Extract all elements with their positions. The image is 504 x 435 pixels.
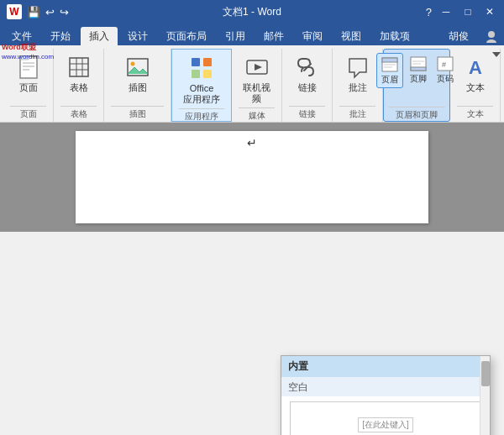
hf-header-subtab[interactable]: 页眉 (376, 53, 403, 88)
tab-references[interactable]: 引用 (217, 27, 254, 45)
online-video-label: 联机视频 (242, 82, 272, 104)
minimize-button[interactable]: ─ (438, 4, 454, 19)
watermark-logo: Word联盟 (2, 42, 54, 53)
ribbon-btn-office[interactable]: Office应用程序 (180, 53, 223, 107)
ribbon-group-links: 链接 链接 (282, 49, 333, 122)
watermark-url: www.wordlm.com (2, 53, 54, 60)
ribbon-btn-comment[interactable]: 批注 (339, 52, 376, 95)
ribbon-group-media: 联机视频 媒体 (232, 49, 282, 122)
panel-preview-1[interactable]: [在此处键入] (290, 401, 481, 435)
ribbon-group-table: 表格 表格 (54, 49, 104, 122)
ribbon-btn-table[interactable]: 表格 (60, 52, 97, 95)
illustrations-group-label: 插图 (111, 106, 164, 120)
header-subtab-icon (381, 55, 399, 74)
svg-point-0 (488, 31, 495, 38)
link-label: 链接 (298, 82, 317, 93)
text-icon: A (462, 54, 489, 81)
tab-review[interactable]: 审阅 (294, 27, 331, 45)
title-text: 文档1 - Word (223, 5, 281, 19)
panel-scrollbar-thumb (481, 361, 490, 386)
preview-1-text: [在此处键入] (358, 417, 413, 432)
panel-scrollbar[interactable] (480, 356, 490, 435)
maximize-button[interactable]: □ (460, 4, 475, 19)
svg-rect-25 (411, 67, 426, 71)
page-area: ↵ (0, 123, 504, 232)
comment-label: 批注 (349, 82, 367, 93)
tab-addins[interactable]: 加载项 (371, 27, 418, 45)
svg-rect-21 (382, 58, 397, 62)
links-group-label: 链接 (289, 106, 325, 120)
tab-mail[interactable]: 邮件 (255, 27, 292, 45)
ribbon-btn-text[interactable]: A 文本 (457, 52, 494, 95)
header-dropdown-panel: 内置 空白 [在此处键入] 空白 [键入文字] 空白(三栏) o Office.… (281, 355, 491, 435)
ribbon-content: 页面 页面 表格 表格 插图 插图 (0, 45, 504, 123)
document-page: ↵ (76, 131, 428, 223)
comments-group-label: 批注 (339, 106, 375, 120)
panel-section-1-title: 空白 (281, 377, 490, 396)
svg-point-1 (486, 39, 496, 43)
media-group-label: 媒体 (239, 107, 275, 122)
word-logo: W (7, 4, 22, 19)
ribbon-btn-online-video[interactable]: 联机视频 (239, 52, 276, 106)
quick-access-undo[interactable]: ↩ (45, 6, 55, 18)
online-video-icon (244, 54, 270, 81)
text-group-label: 文本 (457, 106, 493, 120)
link-icon (294, 54, 321, 81)
footer-subtab-label: 页脚 (410, 73, 427, 85)
svg-rect-15 (203, 58, 212, 66)
page-group-label: 页面 (10, 106, 46, 120)
help-button[interactable]: ? (426, 6, 432, 18)
ribbon-collapse-btn[interactable] (491, 49, 502, 63)
picture-icon (124, 54, 151, 81)
title-bar-right: ? ─ □ ✕ (426, 4, 497, 19)
hf-group-label: 页眉和页脚 (389, 107, 444, 121)
comment-icon (344, 54, 371, 81)
watermark: Word联盟 www.wordlm.com (2, 42, 54, 60)
svg-rect-7 (70, 58, 88, 76)
text-label: 文本 (466, 82, 485, 93)
svg-text:#: # (442, 60, 446, 69)
svg-rect-14 (192, 58, 200, 66)
close-button[interactable]: ✕ (482, 4, 497, 19)
ribbon-btn-picture[interactable]: 插图 (119, 52, 156, 95)
quick-access-redo[interactable]: ↪ (60, 6, 69, 18)
svg-marker-19 (255, 64, 262, 71)
table-icon (66, 54, 92, 81)
svg-rect-17 (203, 70, 212, 78)
svg-point-13 (130, 62, 134, 66)
tab-view[interactable]: 视图 (333, 27, 370, 45)
ribbon-tab-bar: 文件 开始 插入 设计 页面布局 引用 邮件 审阅 视图 加载项 胡俊 (0, 24, 504, 45)
ribbon-group-apps: Office应用程序 应用程序 (171, 49, 232, 122)
ribbon-group-header-footer: 页眉 页脚 # 页码 页眉和页 (383, 49, 450, 122)
picture-label: 插图 (129, 82, 147, 93)
page-label: 页面 (19, 82, 38, 93)
title-bar: W 💾 ↩ ↪ 文档1 - Word ? ─ □ ✕ (0, 0, 504, 24)
hf-footer-subtab[interactable]: 页脚 (407, 53, 430, 88)
apps-group-label: 应用程序 (179, 108, 224, 123)
tab-user[interactable]: 胡俊 (440, 27, 477, 45)
ribbon-group-comments: 批注 批注 (333, 49, 383, 122)
quick-access-save[interactable]: 💾 (27, 6, 40, 18)
svg-rect-16 (192, 70, 200, 78)
tab-design[interactable]: 设计 (119, 27, 156, 45)
office-apps-icon (188, 55, 215, 81)
table-group-label: 表格 (60, 106, 97, 120)
tab-insert[interactable]: 插入 (81, 27, 118, 45)
title-bar-left: W 💾 ↩ ↪ (7, 4, 69, 19)
svg-text:A: A (469, 57, 482, 78)
table-label: 表格 (70, 82, 88, 93)
footer-subtab-icon (409, 55, 428, 73)
ribbon-btn-link[interactable]: 链接 (289, 52, 326, 95)
tab-layout[interactable]: 页面布局 (158, 27, 215, 45)
svg-marker-32 (492, 52, 501, 57)
office-label: Office应用程序 (183, 83, 220, 105)
cursor: ↵ (247, 136, 257, 149)
header-subtab-label: 页眉 (381, 74, 398, 86)
panel-title: 内置 (281, 356, 490, 377)
user-avatar-icon[interactable] (485, 29, 498, 43)
ribbon-group-illustrations: 插图 插图 (104, 49, 171, 122)
